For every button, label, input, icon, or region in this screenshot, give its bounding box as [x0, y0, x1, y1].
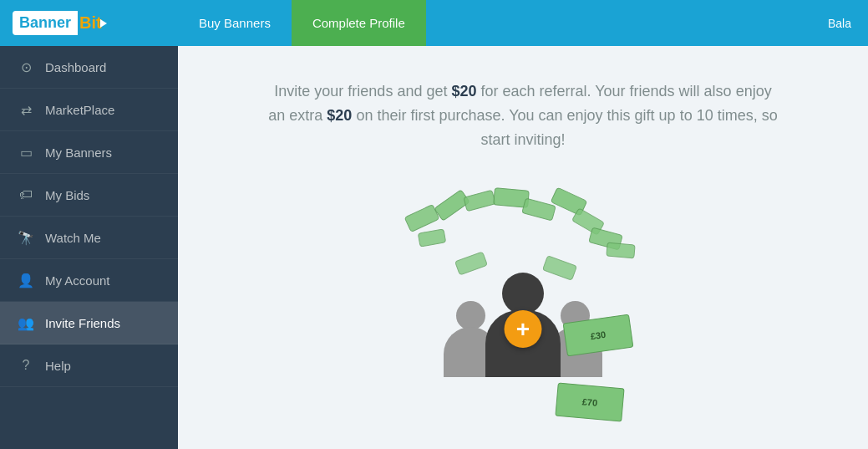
nav-complete-profile[interactable]: Complete Profile [292, 0, 426, 46]
header-nav: Buy Banners Complete Profile [178, 0, 426, 46]
invite-illustration: + £30 £70 [389, 185, 657, 377]
nav-buy-banners[interactable]: Buy Banners [178, 0, 292, 46]
dashboard-icon: ⊙ [17, 58, 35, 76]
amount-2: $20 [327, 107, 352, 124]
main-layout: ⊙ Dashboard ⇄ MarketPlace ▭ My Banners 🏷… [0, 46, 868, 449]
sidebar-item-my-account[interactable]: 👤 My Account [0, 259, 178, 302]
sidebar-label-invite-friends: Invite Friends [45, 316, 120, 330]
cash-note-2: £70 [555, 383, 624, 422]
logo[interactable]: Banner Bit [0, 0, 178, 46]
watch-icon: 🔭 [17, 228, 35, 247]
header: Banner Bit Buy Banners Complete Profile … [0, 0, 868, 46]
header-balance: Bala [811, 17, 868, 30]
sidebar-label-my-account: My Account [45, 273, 110, 288]
invite-description: Invite your friends and get $20 for each… [264, 79, 782, 151]
sidebar-label-watch-me: Watch Me [45, 231, 101, 245]
plus-button[interactable]: + [505, 310, 542, 348]
sidebar-item-my-banners[interactable]: ▭ My Banners [0, 131, 178, 174]
logo-banner-text: Banner [13, 11, 78, 35]
marketplace-icon: ⇄ [17, 100, 35, 119]
banners-icon: ▭ [17, 143, 35, 161]
help-icon: ? [17, 356, 35, 375]
sidebar-item-help[interactable]: ? Help [0, 344, 178, 387]
sidebar-label-my-banners: My Banners [45, 145, 112, 160]
sidebar-item-dashboard[interactable]: ⊙ Dashboard [0, 46, 178, 89]
money-bill [463, 190, 495, 212]
sidebar-label-help: Help [45, 359, 71, 373]
sidebar-label-my-bids: My Bids [45, 188, 89, 202]
money-bill [606, 242, 635, 259]
plus-icon: + [516, 316, 530, 343]
person-left-head [456, 301, 485, 330]
account-icon: 👤 [17, 271, 35, 289]
sidebar-label-marketplace: MarketPlace [45, 103, 114, 117]
sidebar-item-watch-me[interactable]: 🔭 Watch Me [0, 217, 178, 259]
sidebar-item-marketplace[interactable]: ⇄ MarketPlace [0, 89, 178, 131]
logo-triangle-icon [100, 19, 107, 28]
sidebar-item-invite-friends[interactable]: 👥 Invite Friends [0, 302, 178, 344]
money-bill [418, 229, 446, 247]
sidebar-label-dashboard: Dashboard [45, 60, 106, 74]
bids-icon: 🏷 [17, 186, 35, 204]
amount-1: $20 [451, 83, 476, 99]
logo-bit-text: Bit [79, 13, 102, 33]
sidebar: ⊙ Dashboard ⇄ MarketPlace ▭ My Banners 🏷… [0, 46, 178, 449]
person-center-head [502, 273, 544, 314]
main-content: Invite your friends and get $20 for each… [178, 46, 868, 449]
sidebar-item-my-bids[interactable]: 🏷 My Bids [0, 174, 178, 217]
invite-icon: 👥 [17, 314, 35, 332]
